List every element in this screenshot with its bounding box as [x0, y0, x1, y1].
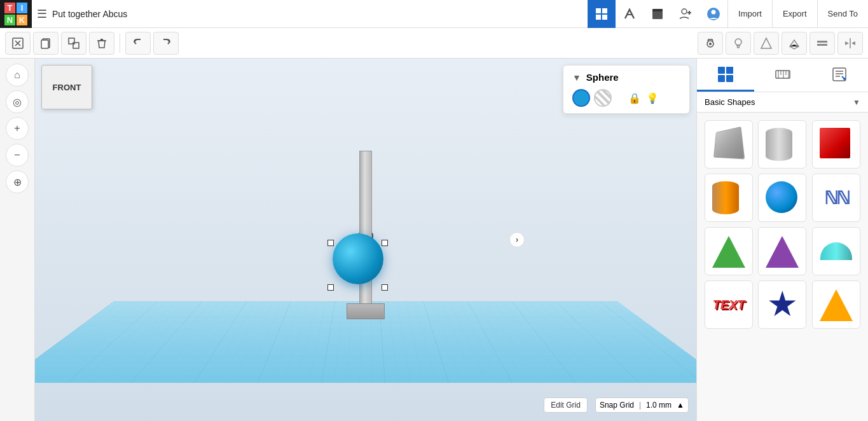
panel-tabs — [697, 59, 868, 92]
shape-pyramid-yellow[interactable] — [812, 280, 860, 329]
main-area: ⌂ ◎ + − ⊕ FRONT — [0, 59, 868, 421]
app-logo[interactable]: T I N K — [0, 0, 32, 28]
selection-handle-br[interactable] — [382, 284, 388, 291]
shape-wavy[interactable]: ℕℕ — [812, 174, 860, 222]
viewport[interactable]: FRONT ▼ Sphere — [35, 59, 696, 421]
logo-n: N — [4, 15, 15, 25]
svg-rect-0 — [596, 8, 601, 13]
svg-rect-21 — [718, 67, 725, 74]
svg-point-8 — [712, 10, 716, 14]
base-object[interactable] — [347, 303, 385, 319]
svg-rect-2 — [596, 15, 601, 20]
props-light-button[interactable]: 💡 — [646, 92, 659, 104]
nav-build-view-button[interactable] — [616, 0, 644, 28]
right-panel: Basic Shapes ▼ — [696, 59, 868, 421]
undo-button[interactable] — [125, 32, 151, 55]
svg-rect-4 — [652, 10, 663, 19]
shapes-grid: ℕℕ TEXT — [697, 113, 868, 336]
props-lock-button[interactable]: 🔒 — [628, 92, 641, 104]
bottom-bar: Edit Grid Snap Grid | 1.0 mm ▲ — [35, 389, 696, 421]
color-hole-button[interactable] — [594, 89, 612, 107]
shape-sphere-blue[interactable] — [758, 174, 806, 222]
top-navigation: T I N K ☰ Put together Abcus — [0, 0, 868, 28]
shape-cylinder-orange[interactable] — [705, 174, 753, 222]
toolbar — [0, 28, 868, 59]
3d-object-container[interactable] — [315, 151, 417, 354]
props-shape-name: Sphere — [586, 72, 680, 83]
shape-cylinder-gray[interactable] — [758, 120, 806, 169]
camera-toolbar-button[interactable] — [698, 32, 723, 55]
svg-point-16 — [735, 39, 741, 45]
sphere-object[interactable] — [333, 233, 383, 284]
import-button[interactable]: Import — [727, 0, 772, 28]
redo-button[interactable] — [153, 32, 179, 55]
svg-rect-22 — [726, 67, 733, 74]
shape-toolbar-button[interactable] — [754, 32, 779, 55]
shape-box-gray[interactable] — [705, 120, 753, 169]
left-panel: ⌂ ◎ + − ⊕ — [0, 59, 35, 421]
shape-halfpipe[interactable] — [812, 227, 860, 275]
svg-rect-11 — [41, 40, 48, 48]
copy-button[interactable] — [33, 32, 59, 55]
logo-k: K — [17, 15, 27, 25]
tab-notes[interactable] — [811, 59, 868, 92]
svg-rect-23 — [718, 75, 725, 82]
zoom-in-button[interactable]: + — [6, 117, 29, 140]
tab-ruler[interactable] — [754, 59, 811, 92]
svg-rect-25 — [776, 71, 790, 78]
home-view-button[interactable]: ⌂ — [6, 64, 29, 86]
props-color-row: 🔒 💡 — [572, 89, 680, 107]
props-collapse-button[interactable]: ▼ — [572, 72, 581, 83]
mirror-toolbar-button[interactable] — [837, 32, 863, 55]
color-solid-button[interactable] — [572, 89, 590, 107]
svg-rect-24 — [726, 75, 733, 82]
selection-handle-tl[interactable] — [327, 240, 334, 246]
selection-handle-tr[interactable] — [382, 240, 388, 246]
document-menu-icon[interactable]: ☰ — [37, 7, 47, 21]
edit-grid-button[interactable]: Edit Grid — [544, 397, 588, 413]
toolbar-right-controls — [698, 32, 863, 55]
bulb-toolbar-button[interactable] — [726, 32, 751, 55]
logo-t: T — [4, 3, 15, 13]
svg-rect-18 — [817, 44, 827, 46]
panel-expand-button[interactable]: › — [509, 232, 525, 247]
svg-point-6 — [682, 9, 687, 14]
shape-pyramid-purple[interactable] — [758, 227, 806, 275]
tab-grid[interactable] — [697, 59, 754, 92]
snap-grid-selector[interactable]: Snap Grid | 1.0 mm ▲ — [595, 397, 689, 413]
shape-text-3d[interactable]: TEXT — [705, 280, 753, 329]
selection-handle-bl[interactable] — [327, 284, 334, 291]
delete-button[interactable] — [89, 32, 114, 55]
shape-pyramid-green[interactable] — [705, 227, 753, 275]
svg-rect-5 — [652, 9, 663, 11]
nav-right-controls: Import Export Send To — [588, 0, 868, 28]
shape-category-label: Basic Shapes — [705, 97, 853, 107]
svg-point-15 — [709, 43, 712, 45]
front-view-label: FRONT — [41, 65, 92, 109]
shape-star-blue[interactable] — [758, 280, 806, 329]
props-header: ▼ Sphere — [572, 72, 680, 83]
nav-grid-view-button[interactable] — [588, 0, 616, 28]
svg-point-27 — [843, 78, 846, 80]
nav-user-button[interactable] — [699, 0, 727, 28]
export-button[interactable]: Export — [772, 0, 817, 28]
svg-rect-1 — [602, 8, 607, 13]
logo-i: I — [17, 3, 27, 13]
fit-view-button[interactable]: ◎ — [6, 90, 29, 113]
align-toolbar-button[interactable] — [809, 32, 835, 55]
shape-box-red[interactable] — [812, 120, 860, 169]
view3d-toolbar-button[interactable] — [782, 32, 807, 55]
shape-properties-panel: ▼ Sphere 🔒 💡 — [563, 65, 690, 114]
new-object-button[interactable] — [5, 32, 31, 55]
svg-rect-3 — [602, 15, 607, 20]
send-to-button[interactable]: Send To — [817, 0, 868, 28]
project-title[interactable]: Put together Abcus — [52, 9, 588, 19]
shape-category-selector[interactable]: Basic Shapes ▼ — [697, 92, 868, 113]
nav-add-user-button[interactable] — [672, 0, 699, 28]
zoom-out-button[interactable]: − — [6, 144, 29, 167]
duplicate-button[interactable] — [61, 32, 86, 55]
shape-category-arrow[interactable]: ▼ — [853, 98, 860, 107]
perspective-button[interactable]: ⊕ — [6, 170, 29, 193]
nav-box-view-button[interactable] — [644, 0, 672, 28]
props-action-buttons: 🔒 💡 — [628, 92, 659, 104]
